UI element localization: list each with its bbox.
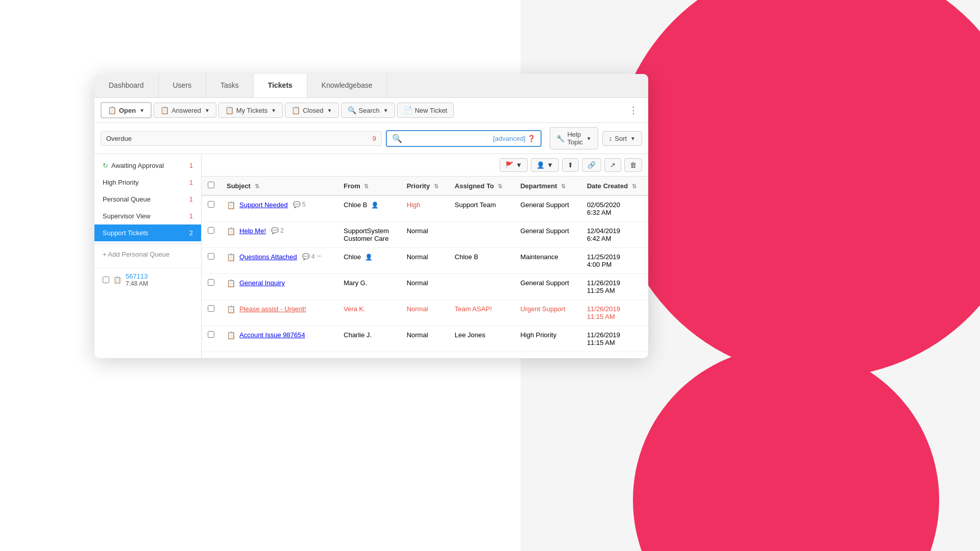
search-button-icon: 🔍 xyxy=(348,106,356,114)
flag-icon: 🚩 xyxy=(505,161,513,169)
flag-button[interactable]: 🚩 ▼ xyxy=(500,158,528,172)
sidebar-item-supervisor-view[interactable]: Supervisor View 1 xyxy=(94,208,201,224)
ticket-subject-link-0[interactable]: Support Needed xyxy=(239,201,288,209)
tab-dashboard[interactable]: Dashboard xyxy=(94,74,159,97)
help-topic-caret: ▼ xyxy=(586,136,592,141)
ticket-subject-link-3[interactable]: General Inquiry xyxy=(239,279,285,287)
tab-knowledgebase[interactable]: Knowledgebase xyxy=(307,74,387,97)
advanced-link[interactable]: [advanced] xyxy=(493,135,526,142)
flag-caret: ▼ xyxy=(516,161,522,169)
col-subject[interactable]: Subject ⇅ xyxy=(220,177,337,195)
open-button[interactable]: 📋 Open ▼ xyxy=(101,102,152,118)
sort-from-icon: ⇅ xyxy=(364,183,369,189)
ticket-subject-link-2[interactable]: Questions Attached xyxy=(239,253,297,261)
more-options-button[interactable]: ⋮ xyxy=(625,103,642,118)
col-department[interactable]: Department ⇅ xyxy=(514,177,581,195)
date-created-cell-1: 12/04/2019 6:42 AM xyxy=(581,222,648,248)
table-row: 📋Questions Attached💬 4✏Chloe 👤NormalChlo… xyxy=(202,248,648,274)
col-from[interactable]: From ⇅ xyxy=(337,177,400,195)
claim-icon: ⬆ xyxy=(568,161,573,169)
help-topic-filter[interactable]: 🔧 Help Topic ▼ xyxy=(550,127,598,149)
sidebar-item-awaiting-approval[interactable]: ↻ Awaiting Approval 1 xyxy=(94,157,201,174)
claim-button[interactable]: ⬆ xyxy=(562,158,579,172)
link-icon: 🔗 xyxy=(587,161,596,169)
sidebar-item-personal-queue[interactable]: Personal Queue 1 xyxy=(94,191,201,208)
search-button[interactable]: 🔍 Search ▼ xyxy=(341,103,395,118)
assign-caret: ▼ xyxy=(547,161,553,169)
subject-cell-4: 📋Please assist - Urgent! xyxy=(220,300,337,326)
from-cell-5: Charlie J. xyxy=(337,326,400,352)
search-row: Overdue 9 🔍 [advanced] ❓ 🔧 Help Topic ▼ … xyxy=(94,123,648,154)
tab-users[interactable]: Users xyxy=(159,74,207,97)
from-cell-4: Vera K. xyxy=(337,300,400,326)
col-date-created[interactable]: Date Created ⇅ xyxy=(581,177,648,195)
subject-cell-1: 📋Help Me!💬 2 xyxy=(220,222,337,248)
row-checkbox-5[interactable] xyxy=(208,331,214,338)
select-all-checkbox[interactable] xyxy=(208,182,214,188)
priority-cell-5: Normal xyxy=(401,326,449,352)
tab-tickets[interactable]: Tickets xyxy=(254,74,307,97)
row-checkbox-567113[interactable] xyxy=(103,277,109,283)
table-row: 📋Help Me!💬 2SupportSystem Customer CareN… xyxy=(202,222,648,248)
new-ticket-button[interactable]: 📄 New Ticket xyxy=(397,103,454,118)
department-cell-5: High Priority xyxy=(514,326,581,352)
my-tickets-caret: ▼ xyxy=(271,108,276,113)
table-row: 📋Please assist - Urgent!Vera K.NormalTea… xyxy=(202,300,648,326)
overdue-filter[interactable]: Overdue 9 xyxy=(101,131,382,146)
toolbar: 📋 Open ▼ 📋 Answered ▼ 📋 My Tickets ▼ 📋 C… xyxy=(94,98,648,123)
subject-cell-3: 📋General Inquiry xyxy=(220,274,337,300)
row-checkbox-3[interactable] xyxy=(208,279,214,286)
ticket-row-567113: 📋 567113 7:48 AM xyxy=(94,268,201,291)
table-row: 📋Account Issue 987654Charlie J.NormalLee… xyxy=(202,326,648,352)
closed-button[interactable]: 📋 Closed ▼ xyxy=(285,103,338,118)
assigned-cell-2: Chloe B xyxy=(449,248,514,274)
answered-icon: 📋 xyxy=(160,106,169,114)
sort-subject-icon: ⇅ xyxy=(255,183,259,189)
col-assigned-to[interactable]: Assigned To ⇅ xyxy=(449,177,514,195)
ticket-subject-link-1[interactable]: Help Me! xyxy=(239,227,266,235)
department-cell-4: Urgent Support xyxy=(514,300,581,326)
help-icon[interactable]: ❓ xyxy=(527,135,535,142)
assigned-cell-4: Team ASAP! xyxy=(449,300,514,326)
sort-caret: ▼ xyxy=(630,136,635,141)
search-input[interactable] xyxy=(405,135,491,142)
open-caret: ▼ xyxy=(139,108,144,113)
nav-tabs: Dashboard Users Tasks Tickets Knowledgeb… xyxy=(94,74,648,98)
delete-button[interactable]: 🗑 xyxy=(624,158,642,172)
delete-icon: 🗑 xyxy=(630,161,636,169)
sidebar-item-support-tickets[interactable]: Support Tickets 2 xyxy=(94,224,201,241)
table-area: 🚩 ▼ 👤 ▼ ⬆ 🔗 ↗ 🗑 xyxy=(202,154,648,358)
row-checkbox-2[interactable] xyxy=(208,253,214,260)
row-checkbox-4[interactable] xyxy=(208,305,214,312)
ticket-subject-link-4[interactable]: Please assist - Urgent! xyxy=(239,305,306,313)
closed-caret: ▼ xyxy=(327,108,332,113)
ticket-subject-icon-1: 📋 xyxy=(227,227,235,235)
export-button[interactable]: ↗ xyxy=(604,158,621,172)
export-icon: ↗ xyxy=(610,161,616,169)
row-checkbox-1[interactable] xyxy=(208,227,214,234)
answered-caret: ▼ xyxy=(205,108,210,113)
closed-icon: 📋 xyxy=(291,106,300,114)
action-row: 🚩 ▼ 👤 ▼ ⬆ 🔗 ↗ 🗑 xyxy=(202,154,648,177)
ticket-date-567113: 7:48 AM xyxy=(126,280,148,287)
assign-button[interactable]: 👤 ▼ xyxy=(531,158,559,172)
select-all-col xyxy=(202,177,220,195)
table-row: 📋Support Needed💬 5Chloe B 👤HighSupport T… xyxy=(202,195,648,222)
sidebar-divider xyxy=(94,243,201,244)
tab-tasks[interactable]: Tasks xyxy=(206,74,254,97)
ticket-number-567113[interactable]: 567113 xyxy=(126,272,148,280)
link-button[interactable]: 🔗 xyxy=(582,158,601,172)
add-personal-queue[interactable]: + Add Personal Queue xyxy=(94,246,201,263)
priority-cell-1: Normal xyxy=(401,222,449,248)
sort-filter[interactable]: ↕ Sort ▼ xyxy=(602,131,642,146)
col-priority[interactable]: Priority ⇅ xyxy=(401,177,449,195)
edit-icon-2: ✏ xyxy=(317,253,322,260)
answered-button[interactable]: 📋 Answered ▼ xyxy=(154,103,216,118)
my-tickets-button[interactable]: 📋 My Tickets ▼ xyxy=(218,103,283,118)
ticket-subject-icon-5: 📋 xyxy=(227,331,235,339)
search-icon: 🔍 xyxy=(392,134,402,143)
from-cell-0: Chloe B 👤 xyxy=(337,195,400,222)
sidebar-item-high-priority[interactable]: High Priority 1 xyxy=(94,174,201,191)
row-checkbox-0[interactable] xyxy=(208,201,214,208)
ticket-subject-link-5[interactable]: Account Issue 987654 xyxy=(239,331,305,339)
